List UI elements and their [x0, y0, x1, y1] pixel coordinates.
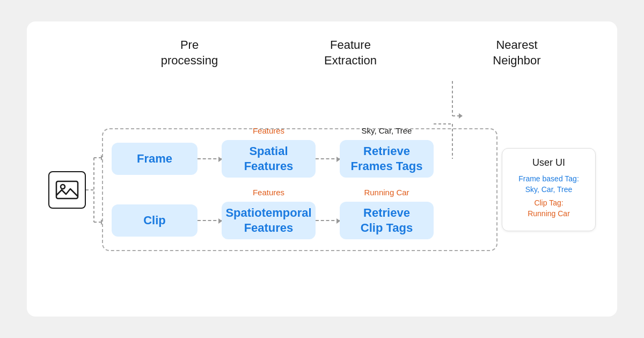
spatiotemporal-annotation: Features [253, 188, 284, 197]
main-layout: Frame Features Spatial Features [48, 79, 596, 300]
spatial-features-box: Spatial Features [222, 140, 316, 178]
retrieve-clip-annotation: Running Car [364, 188, 409, 197]
frame-row: Frame Features Spatial Features [112, 140, 488, 178]
clip-box: Clip [112, 204, 197, 237]
clip-box-wrap: Clip [112, 204, 197, 237]
arrow-frame-to-spatial [197, 158, 222, 159]
spatial-box-wrap: Features Spatial Features [222, 140, 316, 178]
frame-box-wrap: Frame [112, 143, 197, 175]
retrieve-clip-box-wrap: Running Car Retrieve Clip Tags [340, 202, 434, 239]
spatiotemporal-box-wrap: Features Spatiotemporal Features [222, 202, 316, 239]
user-ui-section: User UI Frame based Tag: Sky, Car, Tree … [502, 148, 596, 231]
arrow-spatiotemporal-to-retrieve-clip [316, 220, 340, 221]
svg-marker-12 [459, 113, 463, 119]
dashed-region: Frame Features Spatial Features [102, 128, 497, 251]
frame-box: Frame [112, 143, 197, 175]
retrieve-clip-box: Retrieve Clip Tags [340, 202, 434, 239]
user-ui-title: User UI [513, 157, 584, 168]
svg-point-1 [61, 185, 65, 189]
user-ui-box: User UI Frame based Tag: Sky, Car, Tree … [502, 148, 596, 231]
user-ui-frame-tag-label: Frame based Tag: Sky, Car, Tree [513, 174, 584, 195]
diagram-container: Preprocessing FeatureExtraction NearestN… [27, 21, 617, 317]
image-icon [48, 171, 86, 209]
column-headers: Preprocessing FeatureExtraction NearestN… [91, 38, 596, 79]
retrieve-frames-box-wrap: Sky, Car, Tree Retrieve Frames Tags [340, 140, 434, 178]
header-preprocessing: Preprocessing [138, 38, 240, 68]
arrow-spatial-to-retrieve [316, 158, 340, 159]
svg-rect-0 [56, 181, 78, 199]
spatiotemporal-features-box: Spatiotemporal Features [222, 202, 316, 239]
retrieve-frames-box: Retrieve Frames Tags [340, 140, 434, 178]
header-nearest: NearestNeighbor [463, 38, 570, 68]
arrow-clip-to-spatiotemporal [197, 220, 222, 221]
retrieve-frames-annotation: Sky, Car, Tree [362, 126, 412, 135]
clip-row: Clip Features Spatiotemporal Features [112, 202, 488, 239]
user-ui-clip-tag-label: Clip Tag: Running Car [513, 198, 584, 219]
header-feature: FeatureExtraction [297, 38, 404, 68]
spatial-features-annotation: Features [253, 126, 284, 135]
